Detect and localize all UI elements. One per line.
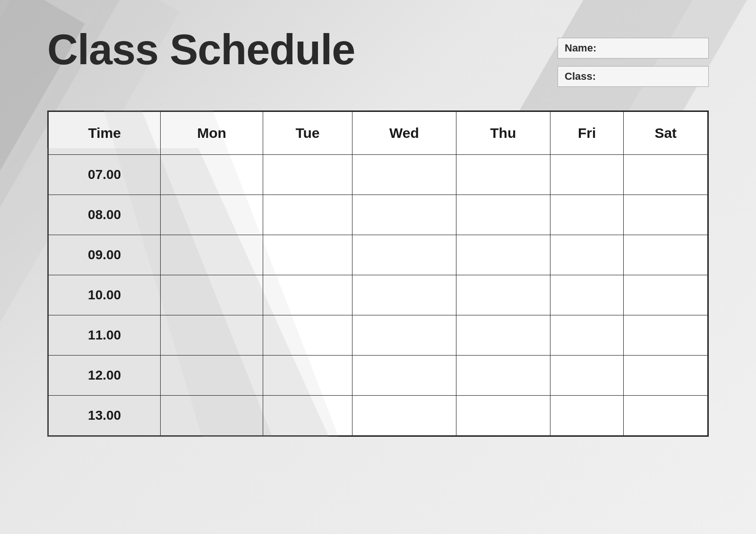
cell-mon-3[interactable]: [161, 275, 263, 315]
table-header: Time Mon Tue Wed Thu Fri Sat: [49, 112, 708, 155]
name-label: Name:: [565, 42, 602, 54]
form-fields: Name: Class:: [558, 38, 709, 87]
name-field[interactable]: Name:: [558, 38, 709, 59]
cell-fri-2[interactable]: [550, 235, 624, 275]
cell-sat-2[interactable]: [624, 235, 708, 275]
time-cell-6: 13.00: [49, 396, 161, 436]
table-row: 11.00: [49, 315, 708, 356]
time-cell-4: 11.00: [49, 315, 161, 356]
schedule-table-container: Time Mon Tue Wed Thu Fri Sat 07.0008.000…: [47, 110, 709, 437]
cell-tue-1[interactable]: [263, 195, 352, 235]
cell-wed-3[interactable]: [352, 275, 456, 315]
cell-sat-5[interactable]: [624, 356, 708, 396]
table-row: 10.00: [49, 275, 708, 315]
cell-wed-4[interactable]: [352, 315, 456, 356]
cell-tue-6[interactable]: [263, 396, 352, 436]
header-area: Class Schedule Name: Class:: [47, 28, 709, 87]
cell-fri-5[interactable]: [550, 356, 624, 396]
cell-wed-2[interactable]: [352, 235, 456, 275]
cell-thu-3[interactable]: [456, 275, 550, 315]
schedule-table: Time Mon Tue Wed Thu Fri Sat 07.0008.000…: [48, 111, 708, 436]
header-row: Time Mon Tue Wed Thu Fri Sat: [49, 112, 708, 155]
table-row: 07.00: [49, 155, 708, 195]
cell-fri-1[interactable]: [550, 195, 624, 235]
cell-sat-1[interactable]: [624, 195, 708, 235]
main-content: Class Schedule Name: Class: Time: [0, 0, 756, 465]
col-header-mon: Mon: [161, 112, 263, 155]
cell-tue-2[interactable]: [263, 235, 352, 275]
cell-sat-4[interactable]: [624, 315, 708, 356]
col-header-tue: Tue: [263, 112, 352, 155]
cell-wed-1[interactable]: [352, 195, 456, 235]
cell-mon-6[interactable]: [161, 396, 263, 436]
cell-fri-4[interactable]: [550, 315, 624, 356]
cell-mon-0[interactable]: [161, 155, 263, 195]
cell-wed-0[interactable]: [352, 155, 456, 195]
cell-thu-6[interactable]: [456, 396, 550, 436]
cell-wed-5[interactable]: [352, 356, 456, 396]
col-header-thu: Thu: [456, 112, 550, 155]
time-cell-1: 08.00: [49, 195, 161, 235]
cell-thu-4[interactable]: [456, 315, 550, 356]
page-title: Class Schedule: [47, 28, 355, 71]
cell-thu-1[interactable]: [456, 195, 550, 235]
table-row: 09.00: [49, 235, 708, 275]
cell-fri-3[interactable]: [550, 275, 624, 315]
cell-tue-3[interactable]: [263, 275, 352, 315]
time-cell-5: 12.00: [49, 356, 161, 396]
time-cell-0: 07.00: [49, 155, 161, 195]
time-cell-3: 10.00: [49, 275, 161, 315]
cell-sat-6[interactable]: [624, 396, 708, 436]
table-row: 13.00: [49, 396, 708, 436]
class-label: Class:: [565, 70, 602, 83]
col-header-fri: Fri: [550, 112, 624, 155]
cell-wed-6[interactable]: [352, 396, 456, 436]
cell-mon-4[interactable]: [161, 315, 263, 356]
cell-mon-2[interactable]: [161, 235, 263, 275]
table-body: 07.0008.0009.0010.0011.0012.0013.00: [49, 155, 708, 436]
cell-thu-2[interactable]: [456, 235, 550, 275]
col-header-wed: Wed: [352, 112, 456, 155]
cell-fri-6[interactable]: [550, 396, 624, 436]
cell-thu-5[interactable]: [456, 356, 550, 396]
time-cell-2: 09.00: [49, 235, 161, 275]
col-header-time: Time: [49, 112, 161, 155]
cell-mon-1[interactable]: [161, 195, 263, 235]
cell-tue-5[interactable]: [263, 356, 352, 396]
table-row: 12.00: [49, 356, 708, 396]
cell-fri-0[interactable]: [550, 155, 624, 195]
schedule-table-wrapper: Time Mon Tue Wed Thu Fri Sat 07.0008.000…: [47, 110, 709, 437]
table-row: 08.00: [49, 195, 708, 235]
cell-thu-0[interactable]: [456, 155, 550, 195]
cell-sat-0[interactable]: [624, 155, 708, 195]
class-field[interactable]: Class:: [558, 66, 709, 87]
col-header-sat: Sat: [624, 112, 708, 155]
cell-tue-0[interactable]: [263, 155, 352, 195]
cell-mon-5[interactable]: [161, 356, 263, 396]
cell-sat-3[interactable]: [624, 275, 708, 315]
cell-tue-4[interactable]: [263, 315, 352, 356]
